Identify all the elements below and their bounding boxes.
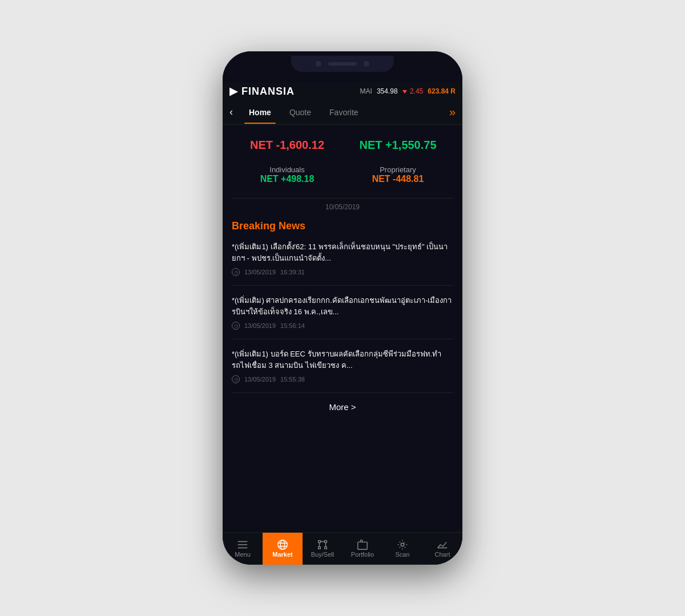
globe-icon: [276, 538, 289, 551]
market-label: MAI: [360, 87, 372, 95]
breaking-news-title: Breaking News: [232, 220, 453, 232]
market-change: 2.45: [402, 87, 424, 95]
proprietary-net-cell: NET +1,550.75: [342, 134, 453, 156]
news-item[interactable]: *(เพิ่มเติม1) เลือกตั้ง'62: 11 พรรคเล็กเ…: [232, 241, 453, 286]
account-value: 623.84 R: [428, 87, 456, 95]
more-tabs-button[interactable]: »: [442, 100, 462, 124]
proprietary-sub-label: Proprietary: [347, 165, 449, 174]
nav-label-menu: Menu: [235, 551, 251, 558]
svg-point-4: [280, 540, 284, 550]
news-time: 15:56:14: [280, 322, 305, 329]
nav-item-chart[interactable]: Chart: [422, 533, 462, 565]
phone-screen: ▶ FINANSIA MAI 354.98 2.45 623.84 R ‹ Ho…: [223, 51, 462, 565]
app-logo: ▶ FINANSIA: [229, 85, 295, 98]
nav-item-market[interactable]: Market: [263, 533, 303, 565]
news-text: *(เพิ่มเติม) ศาลปกครองเรียกกก.คัดเลือกเอ…: [232, 295, 453, 317]
market-value: 354.98: [377, 87, 398, 95]
news-date: 13/05/2019: [244, 269, 276, 275]
news-item[interactable]: *(เพิ่มเติม1) บอร์ด EEC รับทราบผลคัดเลือ…: [232, 348, 453, 393]
buysell-icon: [316, 538, 329, 551]
phone-device: ▶ FINANSIA MAI 354.98 2.45 623.84 R ‹ Ho…: [223, 51, 462, 565]
news-text: *(เพิ่มเติม1) เลือกตั้ง'62: 11 พรรคเล็กเ…: [232, 241, 453, 264]
logo-icon: ▶: [229, 86, 238, 97]
individuals-cell: Individuals NET +498.18: [232, 156, 342, 189]
portfolio-icon: [356, 538, 369, 551]
nav-label-buysell: Buy/Sell: [311, 551, 334, 558]
nav-tabs: ‹ Home Quote Favorite »: [223, 100, 462, 125]
nav-item-menu[interactable]: Menu: [223, 533, 263, 565]
nav-item-portfolio[interactable]: Portfolio: [342, 533, 382, 565]
tab-favorite[interactable]: Favorite: [320, 101, 368, 124]
news-item[interactable]: *(เพิ่มเติม) ศาลปกครองเรียกกก.คัดเลือกเอ…: [232, 295, 453, 339]
svg-point-8: [401, 543, 404, 546]
scan-icon: [396, 538, 409, 551]
nav-label-portfolio: Portfolio: [351, 551, 374, 558]
individuals-value: NET +498.18: [236, 174, 338, 184]
individuals-label: Individuals: [236, 165, 338, 174]
camera-dot: [316, 61, 321, 67]
proprietary-net-value: NET +1,550.75: [347, 139, 449, 152]
clock-icon: ◷: [232, 375, 240, 383]
top-bar: ▶ FINANSIA MAI 354.98 2.45 623.84 R: [223, 83, 462, 100]
nav-item-scan[interactable]: Scan: [382, 533, 422, 565]
news-time: 16:39:31: [280, 269, 305, 275]
down-arrow-icon: [402, 90, 407, 94]
news-time: 15:55:38: [280, 376, 305, 383]
news-date: 13/05/2019: [244, 376, 276, 383]
nav-label-scan: Scan: [395, 551, 409, 558]
proprietary-sub-value: NET -448.81: [347, 174, 449, 184]
news-meta: ◷ 13/05/2019 16:39:31: [232, 268, 453, 276]
clock-icon: ◷: [232, 268, 240, 276]
chart-icon: [436, 538, 449, 551]
market-info: MAI 354.98 2.45 623.84 R: [360, 87, 456, 95]
tab-home[interactable]: Home: [240, 101, 280, 124]
news-meta: ◷ 13/05/2019 15:55:38: [232, 375, 453, 383]
clock-icon: ◷: [232, 322, 240, 330]
news-meta: ◷ 13/05/2019 15:56:14: [232, 322, 453, 330]
foreign-net-cell: NET -1,600.12: [232, 134, 342, 156]
proprietary-sub-cell: Proprietary NET -448.81: [342, 156, 453, 189]
tab-quote[interactable]: Quote: [280, 101, 320, 124]
main-content: NET -1,600.12 NET +1,550.75 Individuals …: [223, 125, 462, 532]
foreign-net-value: NET -1,600.12: [236, 139, 338, 152]
date-label: 10/05/2019: [232, 203, 453, 211]
sensor-dot: [364, 61, 369, 67]
back-button[interactable]: ‹: [223, 100, 240, 124]
menu-icon: [236, 538, 249, 551]
svg-point-3: [278, 540, 288, 550]
nav-label-chart: Chart: [435, 551, 450, 558]
phone-notch: [223, 51, 462, 83]
more-link[interactable]: More >: [232, 402, 453, 412]
bottom-nav: Menu Market Buy/Sell: [223, 532, 462, 565]
speaker-bar: [328, 62, 357, 66]
svg-rect-7: [358, 542, 368, 549]
news-text: *(เพิ่มเติม1) บอร์ด EEC รับทราบผลคัดเลือ…: [232, 348, 453, 371]
news-date: 13/05/2019: [244, 322, 276, 329]
net-values-grid: NET -1,600.12 NET +1,550.75 Individuals …: [232, 134, 453, 198]
nav-label-market: Market: [272, 551, 292, 558]
nav-item-buysell[interactable]: Buy/Sell: [303, 533, 342, 565]
